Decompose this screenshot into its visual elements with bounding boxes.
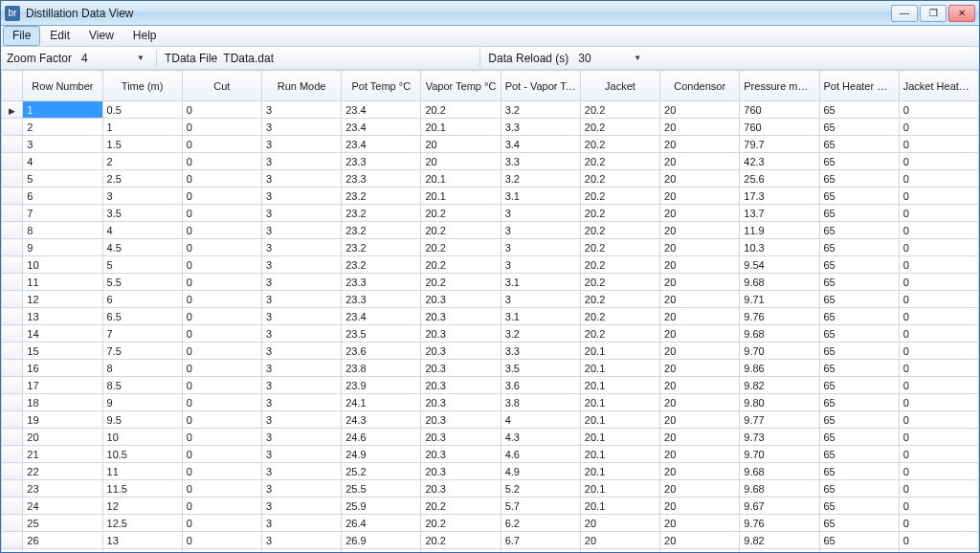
data-cell[interactable]: 20.1 bbox=[421, 188, 501, 205]
data-cell[interactable]: 13.5 bbox=[102, 549, 182, 553]
row-selector-cell[interactable] bbox=[2, 136, 23, 153]
row-selector-cell[interactable] bbox=[2, 343, 23, 360]
row-selector-cell[interactable] bbox=[2, 188, 23, 205]
data-cell[interactable]: 20.1 bbox=[580, 343, 659, 360]
data-cell[interactable]: 0 bbox=[899, 170, 978, 188]
data-cell[interactable]: 65 bbox=[819, 429, 899, 446]
data-cell[interactable]: 6 bbox=[23, 188, 102, 205]
data-cell[interactable]: 20.1 bbox=[580, 377, 659, 394]
data-cell[interactable]: 3 bbox=[501, 239, 580, 256]
data-cell[interactable]: 0.5 bbox=[102, 101, 182, 119]
data-cell[interactable]: 20.3 bbox=[421, 480, 501, 498]
data-cell[interactable]: 0 bbox=[182, 480, 261, 498]
data-cell[interactable]: 20 bbox=[421, 153, 501, 170]
maximize-button[interactable]: ❐ bbox=[920, 5, 947, 22]
data-cell[interactable]: 23.9 bbox=[342, 377, 421, 394]
data-cell[interactable]: 10 bbox=[102, 429, 182, 446]
data-cell[interactable]: 3 bbox=[261, 463, 341, 480]
data-cell[interactable]: 12 bbox=[102, 498, 182, 515]
data-cell[interactable]: 20.2 bbox=[580, 291, 659, 308]
table-row[interactable]: 1680323.820.33.520.1209.86650 bbox=[2, 360, 979, 377]
data-cell[interactable]: 3 bbox=[501, 222, 580, 239]
data-cell[interactable]: 20 bbox=[660, 411, 740, 429]
data-cell[interactable]: 6 bbox=[102, 291, 182, 308]
data-cell[interactable]: 20.1 bbox=[580, 498, 659, 515]
data-cell[interactable]: 0 bbox=[899, 222, 978, 239]
data-cell[interactable]: 4.5 bbox=[102, 239, 182, 256]
data-cell[interactable]: 0 bbox=[899, 429, 978, 446]
data-cell[interactable]: 20 bbox=[660, 101, 740, 119]
data-cell[interactable]: 1 bbox=[102, 119, 182, 136]
data-cell[interactable]: 10.5 bbox=[102, 446, 182, 463]
data-cell[interactable]: 20 bbox=[660, 532, 740, 549]
data-cell[interactable]: 20.2 bbox=[421, 205, 501, 222]
row-selector-cell[interactable] bbox=[2, 429, 23, 446]
data-cell[interactable]: 0 bbox=[899, 343, 978, 360]
data-cell[interactable]: 20.2 bbox=[421, 549, 501, 553]
table-row[interactable]: 10.50323.420.23.220.220760650 bbox=[2, 101, 979, 119]
data-cell[interactable]: 3 bbox=[261, 308, 341, 325]
data-cell[interactable]: 23.3 bbox=[342, 291, 421, 308]
data-cell[interactable]: 0 bbox=[899, 549, 978, 553]
data-cell[interactable]: 25.5 bbox=[342, 480, 421, 498]
data-cell[interactable]: 20 bbox=[660, 429, 740, 446]
data-cell[interactable]: 20 bbox=[660, 239, 740, 256]
data-cell[interactable]: 65 bbox=[819, 498, 899, 515]
data-cell[interactable]: 7.2 bbox=[501, 549, 580, 553]
data-cell[interactable]: 0 bbox=[899, 308, 978, 325]
data-cell[interactable]: 9.73 bbox=[740, 429, 819, 446]
column-header[interactable]: Pressure mmHg bbox=[740, 71, 819, 101]
data-cell[interactable]: 20.2 bbox=[580, 256, 659, 274]
data-cell[interactable]: 3.2 bbox=[501, 170, 580, 188]
data-cell[interactable]: 3.1 bbox=[501, 308, 580, 325]
data-cell[interactable]: 1.5 bbox=[102, 136, 182, 153]
data-cell[interactable]: 23.4 bbox=[342, 136, 421, 153]
row-selector-cell[interactable] bbox=[2, 480, 23, 498]
data-cell[interactable]: 3 bbox=[102, 188, 182, 205]
column-header[interactable]: Condensor bbox=[660, 71, 740, 101]
data-cell[interactable]: 0 bbox=[182, 532, 261, 549]
data-cell[interactable]: 20 bbox=[660, 446, 740, 463]
data-cell[interactable]: 3 bbox=[501, 205, 580, 222]
data-cell[interactable]: 23.2 bbox=[342, 222, 421, 239]
data-cell[interactable]: 65 bbox=[819, 549, 899, 553]
data-cell[interactable]: 9.68 bbox=[740, 325, 819, 343]
data-cell[interactable]: 65 bbox=[819, 325, 899, 343]
data-cell[interactable]: 0 bbox=[899, 377, 978, 394]
table-row[interactable]: 2713.50327.420.27.220209.82650 bbox=[2, 549, 979, 553]
data-cell[interactable]: 4 bbox=[102, 222, 182, 239]
data-cell[interactable]: 65 bbox=[819, 377, 899, 394]
data-cell[interactable]: 20.2 bbox=[421, 222, 501, 239]
data-cell[interactable]: 9.67 bbox=[740, 498, 819, 515]
data-cell[interactable]: 3.2 bbox=[501, 101, 580, 119]
data-cell[interactable]: 20 bbox=[660, 394, 740, 411]
row-selector-cell[interactable] bbox=[2, 498, 23, 515]
data-grid-scroll[interactable]: Row Number Time (m) Cut Run Mode Pot Tem… bbox=[1, 70, 979, 552]
data-cell[interactable]: 20.3 bbox=[421, 343, 501, 360]
data-cell[interactable]: 0 bbox=[182, 119, 261, 136]
data-cell[interactable]: 3 bbox=[261, 549, 341, 553]
data-cell[interactable]: 3 bbox=[261, 153, 341, 170]
data-cell[interactable]: 11 bbox=[23, 274, 102, 291]
row-selector-cell[interactable] bbox=[2, 205, 23, 222]
data-cell[interactable]: 3.3 bbox=[501, 153, 580, 170]
row-selector-cell[interactable] bbox=[2, 170, 23, 188]
data-cell[interactable]: 20 bbox=[23, 429, 102, 446]
row-selector-cell[interactable] bbox=[2, 549, 23, 553]
data-cell[interactable]: 0 bbox=[899, 463, 978, 480]
data-cell[interactable]: 3 bbox=[261, 377, 341, 394]
data-cell[interactable]: 9 bbox=[102, 394, 182, 411]
data-cell[interactable]: 23.3 bbox=[342, 170, 421, 188]
data-cell[interactable]: 0 bbox=[182, 411, 261, 429]
data-cell[interactable]: 5.5 bbox=[102, 274, 182, 291]
data-cell[interactable]: 20 bbox=[660, 480, 740, 498]
data-cell[interactable]: 6.7 bbox=[501, 532, 580, 549]
data-cell[interactable]: 20.3 bbox=[421, 360, 501, 377]
data-cell[interactable]: 3 bbox=[261, 343, 341, 360]
data-cell[interactable]: 20.2 bbox=[421, 515, 501, 532]
table-row[interactable]: 1470323.520.33.220.2209.68650 bbox=[2, 325, 979, 343]
data-cell[interactable]: 19 bbox=[23, 411, 102, 429]
table-row[interactable]: 1890324.120.33.820.1209.80650 bbox=[2, 394, 979, 411]
data-cell[interactable]: 65 bbox=[819, 153, 899, 170]
data-cell[interactable]: 20.2 bbox=[421, 498, 501, 515]
